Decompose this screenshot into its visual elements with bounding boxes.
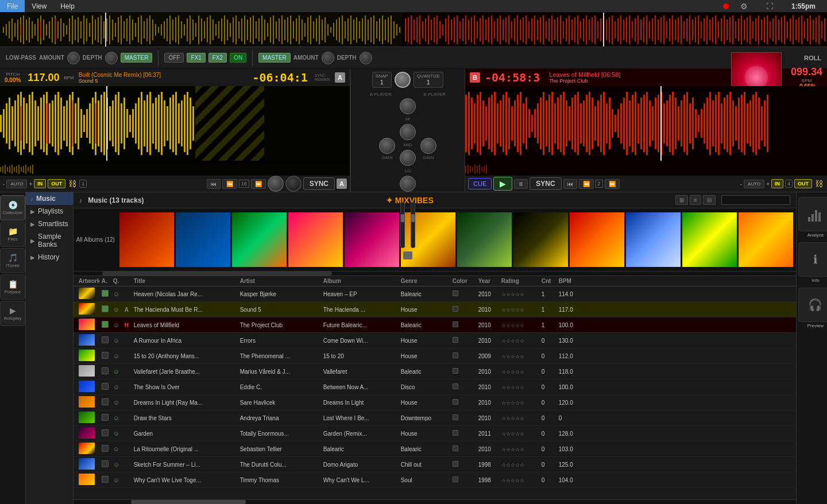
row-q-smile-3[interactable]: ☺	[113, 337, 119, 344]
row-a-check-7[interactable]	[102, 398, 109, 405]
prepare-btn[interactable]: 📋 Prepare	[0, 274, 25, 300]
menu-file[interactable]: File	[0, 0, 25, 12]
album-thumb-4[interactable]	[288, 212, 343, 267]
deck-a-seek-back[interactable]: ⏪	[222, 179, 237, 189]
deck-a-auto-btn[interactable]: AUTO	[6, 180, 27, 188]
th-cnt[interactable]: Cnt	[539, 278, 557, 284]
depth-knob[interactable]	[105, 52, 118, 64]
row-rating-3[interactable]: ☆☆☆☆☆	[499, 338, 539, 344]
mid-knob[interactable]	[400, 124, 416, 140]
row-q-smile-10[interactable]: ☺	[113, 445, 119, 452]
th-artist[interactable]: Artist	[238, 278, 321, 284]
deck-b-minus[interactable]: -	[740, 181, 742, 187]
collection-btn[interactable]: 💿 Collection	[0, 195, 25, 220]
row-rating-7[interactable]: ☆☆☆☆☆	[499, 400, 539, 406]
table-row[interactable]: ☺ 15 to 20 (Anthony Mans... The Phenomen…	[74, 348, 796, 364]
row-a-check-3[interactable]	[102, 336, 109, 343]
row-rating-2[interactable]: ☆☆☆☆☆	[499, 322, 539, 328]
deck-b-cue-btn[interactable]: CUE	[468, 178, 492, 189]
analyze-btn[interactable]	[798, 197, 827, 231]
album-thumb-10[interactable]	[626, 212, 681, 267]
deck-b-play-btn[interactable]: ▶	[493, 177, 512, 191]
row-q-smile-7[interactable]: ☺	[113, 399, 119, 406]
deck-b-seek-back[interactable]: ⏪	[579, 179, 594, 189]
row-a-check-9[interactable]	[102, 429, 109, 436]
row-q-smile-4[interactable]: ☺	[113, 352, 119, 359]
view-grid-btn[interactable]: ⊞	[675, 195, 688, 205]
table-row[interactable]: ☺ Why Can't We Live Toge... Timmy Thomas…	[74, 472, 796, 488]
row-a-check-4[interactable]	[102, 352, 109, 359]
album-scrollbar[interactable]	[74, 272, 796, 276]
row-rating-9[interactable]: ☆☆☆☆☆	[499, 431, 539, 437]
th-bpm[interactable]: BPM	[557, 278, 585, 284]
row-rating-5[interactable]: ☆☆☆☆☆	[499, 369, 539, 375]
horiz-scrollbar-thumb[interactable]	[131, 500, 246, 504]
row-a-check-5[interactable]	[102, 367, 109, 374]
album-thumb-3[interactable]	[232, 212, 287, 267]
th-rating[interactable]: Rating	[499, 278, 539, 284]
table-row[interactable]: ☺ Dreams In Light (Ray Ma... Sare Havlic…	[74, 395, 796, 410]
deck-b-sync-btn[interactable]: SYNC	[530, 177, 561, 190]
row-rating-1[interactable]: ☆☆☆☆☆	[499, 307, 539, 313]
master-btn-2[interactable]: MASTER	[258, 53, 291, 63]
deck-a-seek-fwd[interactable]: ⏩	[251, 179, 266, 189]
quantize-knob[interactable]	[395, 72, 411, 88]
row-rating-10[interactable]: ☆☆☆☆☆	[499, 446, 539, 452]
row-rating-4[interactable]: ☆☆☆☆☆	[499, 353, 539, 359]
deck-b-in-btn[interactable]: IN	[771, 179, 783, 188]
table-row[interactable]: ☺ A Rumour In Africa Errors Come Down Wi…	[74, 333, 796, 348]
table-row[interactable]: ☺ The Show Is Over Eddie C. Between Now …	[74, 379, 796, 395]
gain-a-knob[interactable]	[379, 138, 395, 154]
fader-a[interactable]	[400, 202, 405, 248]
table-row[interactable]: ☺ Draw the Stars Andreya Triana Lost Whe…	[74, 410, 796, 426]
crossfader-knob[interactable]	[403, 251, 412, 259]
row-q-smile-2[interactable]: ☺	[113, 321, 119, 328]
album-scrollbar-thumb[interactable]	[102, 272, 332, 276]
fx2-btn[interactable]: FX2	[208, 53, 227, 63]
deck-a-in-btn[interactable]: IN	[34, 179, 46, 188]
info-btn[interactable]: ℹ	[798, 242, 827, 277]
row-q-smile-8[interactable]: ☺	[113, 414, 119, 421]
deck-b-auto-btn[interactable]: AUTO	[744, 180, 764, 188]
preview-btn[interactable]: 🎧	[798, 288, 827, 322]
deck-a-waveform[interactable]	[0, 86, 350, 163]
row-a-check-11[interactable]	[102, 460, 109, 467]
search-input[interactable]	[721, 195, 790, 205]
off-btn[interactable]: OFF	[164, 53, 184, 63]
files-btn[interactable]: 📁 Files	[0, 222, 25, 247]
amount-knob[interactable]	[67, 52, 80, 64]
itunes-btn[interactable]: 🎵 iTunes	[0, 248, 25, 273]
sidebar-item-history[interactable]: ▶ History	[26, 251, 73, 263]
amount2-knob[interactable]	[322, 52, 334, 64]
deck-a-sync-btn[interactable]: SYNC	[303, 177, 335, 190]
table-row[interactable]: ☺ H Leaves of Millfield The Project Club…	[74, 317, 796, 333]
th-color[interactable]: Color	[450, 278, 476, 284]
sidebar-item-smartlists[interactable]: ▶ Smartlists	[26, 218, 73, 230]
view-list-btn[interactable]: ≡	[690, 195, 701, 205]
album-thumb-9[interactable]	[570, 212, 624, 267]
table-row[interactable]: ☺ Vallefaret (Jarle Braathe... Marius Vå…	[74, 364, 796, 379]
deck-a-loop-btn[interactable]	[285, 176, 302, 192]
row-q-smile-6[interactable]: ☺	[113, 383, 119, 390]
menu-view[interactable]: View	[25, 0, 53, 12]
hi-knob[interactable]	[400, 98, 416, 114]
row-q-smile-1[interactable]: ☺	[113, 306, 119, 313]
deck-b-rew[interactable]: ⏮	[563, 179, 577, 189]
settings-icon[interactable]: ⚙	[733, 2, 755, 11]
deck-b-waveform[interactable]	[465, 86, 827, 163]
row-a-check-1[interactable]	[102, 305, 109, 312]
view-split-btn[interactable]: ⊟	[703, 195, 716, 205]
row-rating-0[interactable]: ☆☆☆☆☆	[499, 291, 539, 297]
album-thumb-12[interactable]	[739, 212, 793, 267]
row-rating-11[interactable]: ☆☆☆☆☆	[499, 462, 539, 468]
row-a-check-6[interactable]	[102, 383, 109, 390]
gain-b-knob[interactable]	[420, 138, 436, 154]
deck-b-out-btn[interactable]: OUT	[794, 179, 812, 188]
row-a-check-0[interactable]	[102, 290, 109, 297]
deck-a-minus[interactable]: -	[3, 181, 5, 187]
table-row[interactable]: ☺ Garden Totally Enormous... Garden (Rem…	[74, 426, 796, 441]
deck-a-out-btn[interactable]: OUT	[48, 179, 65, 188]
autoplay-btn[interactable]: ▶ Autoplay	[0, 301, 25, 326]
table-row[interactable]: ☺ A The Hacienda Must Be R... Sound 5 Th…	[74, 302, 796, 317]
table-row[interactable]: ☺ La Ritournelle (Original ... Sebastien…	[74, 441, 796, 457]
